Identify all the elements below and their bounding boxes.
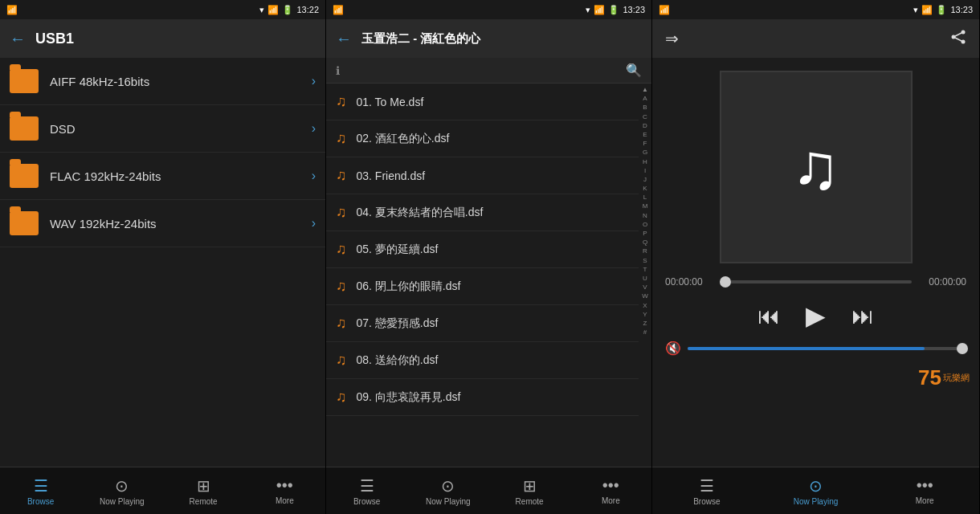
more-icon-1: ••• [276, 476, 293, 495]
music-note-icon: ♫ [336, 352, 347, 369]
album-art: ♫ [720, 71, 913, 263]
alpha-letter[interactable]: D [643, 121, 647, 130]
alpha-letter[interactable]: O [643, 220, 647, 229]
back-button-2[interactable]: ← [336, 30, 352, 48]
nav-remote-2[interactable]: ⊞ Remote [505, 476, 553, 506]
alpha-letter[interactable]: U [643, 274, 647, 283]
track-item[interactable]: ♫ 08. 送給你的.dsf [326, 342, 639, 379]
music-note-icon: ♫ [336, 167, 347, 184]
folder-item[interactable]: AIFF 48kHz-16bits › [0, 58, 325, 105]
browse-icon-2: ☰ [360, 476, 374, 496]
nav-nowplaying-2[interactable]: ⊙ Now Playing [424, 476, 472, 506]
info-icon[interactable]: ℹ [336, 64, 340, 77]
track-name: 03. Friend.dsf [357, 169, 426, 182]
track-item[interactable]: ♫ 06. 閉上你的眼睛.dsf [326, 268, 639, 305]
nav-remote-1[interactable]: ⊞ Remote [179, 476, 227, 506]
nav-more-1[interactable]: ••• More [260, 476, 308, 505]
browser-header: ← USB1 [0, 19, 325, 58]
track-item[interactable]: ♫ 04. 夏末終結者的合唱.dsf [326, 194, 639, 231]
music-note-icon: ♫ [336, 278, 347, 295]
nav-more-3[interactable]: ••• More [900, 476, 949, 505]
browse-icon-1: ☰ [34, 476, 48, 496]
alpha-letter[interactable]: X [643, 301, 647, 310]
folder-item[interactable]: DSD › [0, 105, 325, 153]
alpha-letter[interactable]: B [643, 103, 647, 112]
alpha-letter[interactable]: A [643, 94, 647, 103]
alpha-letter[interactable]: K [643, 184, 647, 193]
prev-button[interactable]: ⏮ [757, 303, 780, 329]
alpha-letter[interactable]: V [643, 283, 647, 292]
wifi-icon-2: ▾ [586, 5, 590, 15]
alpha-letter[interactable]: S [643, 256, 647, 265]
alpha-letter[interactable]: P [643, 229, 647, 238]
track-name: 08. 送給你的.dsf [357, 353, 439, 368]
nav-nowplaying-3[interactable]: ⊙ Now Playing [791, 476, 839, 506]
more-label-3: More [916, 496, 934, 505]
browse-icon-3: ☰ [700, 476, 714, 496]
track-name: 06. 閉上你的眼睛.dsf [357, 279, 461, 294]
svg-line-3 [953, 32, 963, 37]
folder-name: AIFF 48kHz-16bits [50, 75, 312, 88]
battery-icon-3: 🔋 [936, 5, 947, 15]
nowplaying-label-3: Now Playing [794, 497, 839, 506]
progress-bar[interactable] [720, 280, 912, 284]
folder-item[interactable]: FLAC 192kHz-24bits › [0, 153, 325, 200]
more-label-1: More [276, 496, 294, 505]
track-item[interactable]: ♫ 05. 夢的延續.dsf [326, 231, 639, 268]
track-item[interactable]: ♫ 07. 戀愛預感.dsf [326, 305, 639, 342]
alpha-letter[interactable]: N [643, 211, 647, 220]
play-button[interactable]: ▶ [806, 300, 826, 331]
total-time: 00:00:00 [918, 276, 966, 288]
back-button-1[interactable]: ← [10, 30, 26, 48]
alpha-letter[interactable]: Z [643, 319, 647, 328]
clock-3: 13:23 [950, 5, 973, 14]
nav-more-2[interactable]: ••• More [586, 476, 635, 505]
next-button[interactable]: ⏭ [851, 303, 874, 329]
nav-browse-3[interactable]: ☰ Browse [683, 476, 731, 506]
status-right-3: ▾ 📶 🔋 13:23 [913, 5, 973, 15]
alpha-letter[interactable]: ▲ [642, 85, 648, 94]
panel-browser: 📶 ▾ 📶 🔋 13:22 ← USB1 AIFF 48kHz-16bits ›… [0, 0, 326, 514]
alpha-letter[interactable]: L [643, 193, 647, 202]
nav-browse-2[interactable]: ☰ Browse [343, 476, 391, 506]
alpha-letter[interactable]: H [643, 157, 647, 166]
alpha-letter[interactable]: E [643, 130, 647, 139]
alpha-letter[interactable]: J [643, 175, 647, 184]
alpha-letter[interactable]: G [643, 148, 647, 157]
alpha-letter[interactable]: Q [643, 238, 647, 247]
folder-item[interactable]: WAV 192kHz-24bits › [0, 200, 325, 247]
alpha-letter[interactable]: Y [643, 310, 647, 319]
folder-arrow-icon: › [312, 169, 316, 183]
track-name: 05. 夢的延續.dsf [357, 243, 439, 257]
nowplaying-label-2: Now Playing [426, 497, 471, 506]
alpha-letter[interactable]: M [643, 202, 648, 210]
share-icon[interactable] [950, 30, 966, 48]
alpha-letter[interactable]: T [643, 265, 647, 274]
alpha-letter[interactable]: I [644, 166, 646, 175]
remote-icon-2: ⊞ [523, 476, 537, 496]
alpha-letter[interactable]: W [642, 292, 648, 300]
nav-nowplaying-1[interactable]: ⊙ Now Playing [98, 476, 146, 506]
track-item[interactable]: ♫ 03. Friend.dsf [326, 157, 639, 194]
alpha-letter[interactable]: C [643, 112, 647, 121]
alpha-letter[interactable]: F [643, 139, 647, 148]
svg-line-4 [953, 37, 963, 42]
playlist-icon[interactable]: ⇒ [665, 29, 679, 48]
track-item[interactable]: ♫ 01. To Me.dsf [326, 84, 639, 120]
track-name: 01. To Me.dsf [357, 96, 424, 108]
search-icon[interactable]: 🔍 [626, 63, 642, 78]
volume-thumb[interactable] [957, 343, 968, 354]
track-item[interactable]: ♫ 02. 酒紅色的心.dsf [326, 120, 639, 157]
progress-thumb[interactable] [720, 276, 731, 288]
folder-icon [10, 69, 39, 93]
track-item[interactable]: ♫ 09. 向悲哀說再見.dsf [326, 379, 639, 416]
track-name: 04. 夏末終結者的合唱.dsf [357, 206, 484, 220]
alpha-letter[interactable]: # [643, 328, 647, 337]
clock-1: 13:22 [296, 5, 319, 14]
clock-2: 13:23 [623, 5, 645, 14]
nav-browse-1[interactable]: ☰ Browse [17, 476, 65, 506]
volume-bar[interactable] [688, 347, 966, 350]
alpha-letter[interactable]: R [643, 247, 647, 255]
alpha-scroll[interactable]: ▲ABCDEFGHIJKLMNOPQRSTUVWXYZ# [639, 84, 651, 467]
music-note-icon: ♫ [336, 204, 347, 221]
